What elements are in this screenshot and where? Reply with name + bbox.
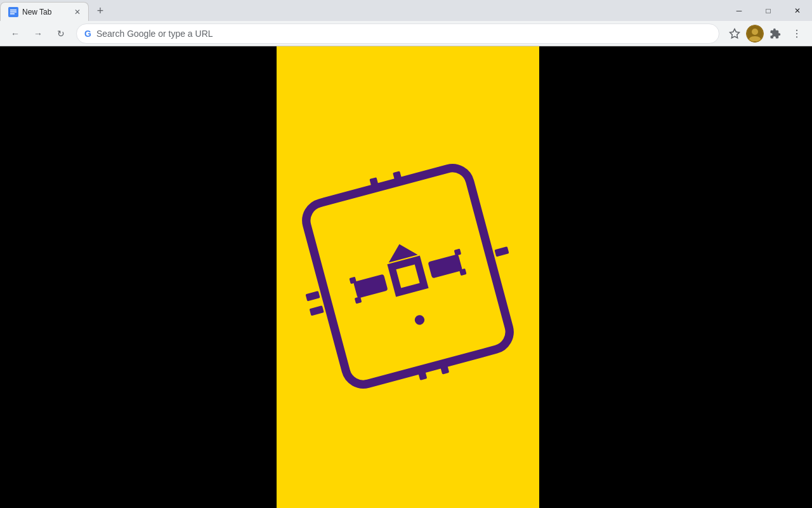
svg-point-6: [752, 29, 758, 35]
minimize-button[interactable]: ─: [724, 0, 754, 21]
url-bar[interactable]: G Search Google or type a URL: [76, 23, 719, 44]
title-bar: New Tab ✕ + ─ □ ✕: [0, 0, 812, 21]
bookmark-button[interactable]: [724, 23, 745, 44]
svg-point-10: [796, 36, 797, 37]
forward-button[interactable]: →: [28, 23, 48, 44]
maximize-button[interactable]: □: [754, 0, 783, 21]
tab-close-button[interactable]: ✕: [72, 6, 83, 18]
yellow-panel: [277, 46, 539, 508]
extensions-button[interactable]: [765, 23, 785, 44]
active-tab[interactable]: New Tab ✕: [0, 2, 89, 21]
chrome-window: New Tab ✕ + ─ □ ✕ ← → ↻: [0, 0, 812, 508]
back-button[interactable]: ←: [5, 23, 25, 44]
svg-rect-3: [10, 13, 15, 15]
page-content: [0, 46, 812, 508]
svg-rect-16: [305, 291, 320, 301]
url-text: Search Google or type a URL: [96, 29, 711, 39]
logo-sign: [287, 149, 528, 406]
svg-rect-2: [10, 11, 16, 13]
menu-button[interactable]: [787, 23, 807, 44]
tab-favicon: [8, 7, 18, 17]
tab-title: New Tab: [22, 8, 68, 17]
svg-point-8: [796, 29, 797, 30]
toolbar-right: [724, 23, 807, 44]
google-logo: G: [84, 29, 91, 39]
svg-point-9: [796, 32, 797, 34]
tab-strip: New Tab ✕ +: [0, 0, 109, 21]
svg-rect-18: [494, 246, 509, 257]
svg-rect-17: [310, 305, 324, 316]
profile-avatar[interactable]: [746, 25, 764, 43]
close-button[interactable]: ✕: [783, 0, 812, 21]
left-black-panel: [0, 46, 277, 508]
svg-rect-1: [10, 10, 16, 11]
new-tab-button[interactable]: +: [91, 2, 109, 20]
window-controls: ─ □ ✕: [724, 0, 812, 21]
right-black-panel: [539, 46, 812, 508]
svg-marker-4: [730, 29, 740, 37]
address-bar: ← → ↻ G Search Google or type a URL: [0, 21, 812, 46]
refresh-button[interactable]: ↻: [51, 23, 71, 44]
